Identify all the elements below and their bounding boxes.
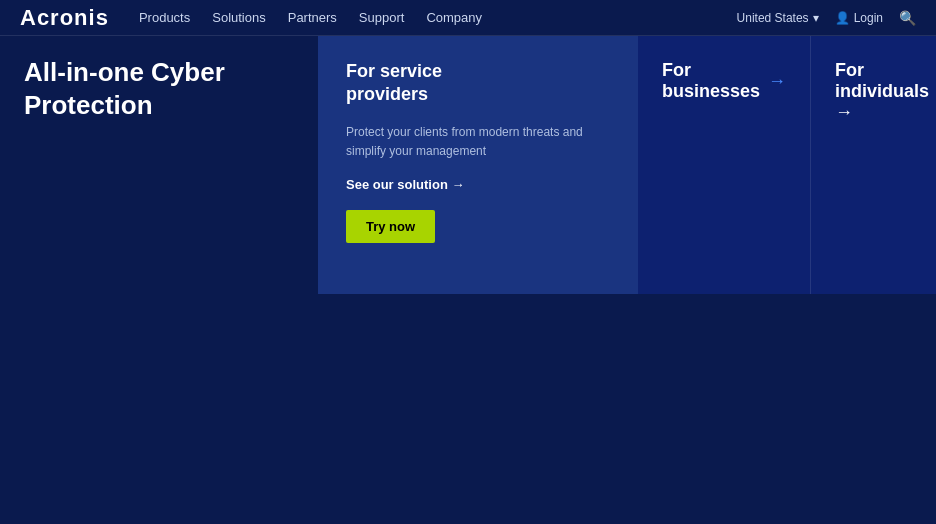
individuals-label: For individuals →: [835, 60, 929, 123]
user-icon: 👤: [835, 11, 850, 25]
left-panel: All-in-one Cyber Protection: [0, 36, 318, 266]
businesses-arrow-icon: →: [768, 71, 786, 92]
nav-support[interactable]: Support: [359, 10, 405, 25]
for-individuals-section[interactable]: For individuals →: [811, 36, 936, 294]
login-button[interactable]: 👤 Login: [835, 11, 883, 25]
dropdown-menu: For serviceproviders Protect your client…: [318, 36, 936, 294]
nav-partners[interactable]: Partners: [288, 10, 337, 25]
header: Acronis Products Solutions Partners Supp…: [0, 0, 936, 36]
nav-products[interactable]: Products: [139, 10, 190, 25]
search-button[interactable]: 🔍: [899, 10, 916, 26]
service-providers-title: For serviceproviders: [346, 60, 610, 107]
logo: Acronis: [20, 5, 109, 31]
see-solution-link[interactable]: See our solution →: [346, 177, 610, 192]
login-label: Login: [854, 11, 883, 25]
nav: Products Solutions Partners Support Comp…: [139, 10, 737, 25]
for-service-providers-section: For serviceproviders Protect your client…: [318, 36, 638, 294]
try-now-button[interactable]: Try now: [346, 210, 435, 243]
chevron-down-icon: ▾: [813, 11, 819, 25]
service-providers-desc: Protect your clients from modern threats…: [346, 123, 610, 161]
nav-company[interactable]: Company: [426, 10, 482, 25]
hero-title: All-in-one Cyber Protection: [24, 56, 294, 121]
individuals-title: For individuals →: [835, 60, 929, 123]
header-right: United States ▾ 👤 Login 🔍: [737, 10, 916, 26]
region-selector[interactable]: United States ▾: [737, 11, 819, 25]
search-icon: 🔍: [899, 10, 916, 26]
region-label: United States: [737, 11, 809, 25]
for-businesses-section[interactable]: Forbusinesses →: [638, 36, 811, 294]
businesses-title: Forbusinesses →: [662, 60, 786, 102]
businesses-label: Forbusinesses: [662, 60, 760, 102]
nav-solutions[interactable]: Solutions: [212, 10, 265, 25]
